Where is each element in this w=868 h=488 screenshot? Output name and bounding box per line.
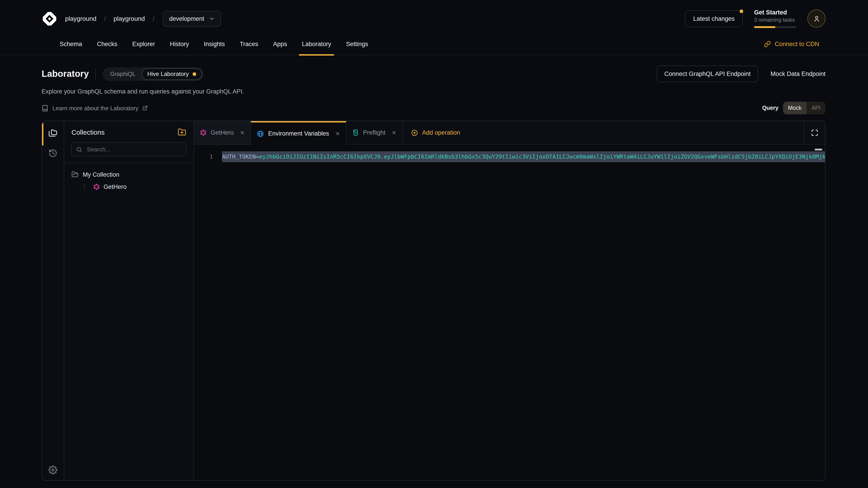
connect-graphql-endpoint-button[interactable]: Connect GraphQL API Endpoint [657,66,758,82]
nav-item-apps[interactable]: Apps [273,33,287,55]
nav-item-settings[interactable]: Settings [346,33,368,55]
latest-changes-button[interactable]: Latest changes [685,10,743,27]
collections-sidebar: Collections My Collection [64,121,194,480]
learn-more-link[interactable]: Learn more about the Laboratory [41,105,148,111]
close-icon[interactable]: ✕ [336,130,340,137]
get-started-progress-fill [754,26,775,28]
environment-variables-editor[interactable]: 1 AUTH_TOKEN=eyJhbGciOiJIUzI1NiIsInR5cCI… [194,144,825,480]
collections-tree: My Collection GetHero [64,163,193,198]
collection-operation-gethero[interactable]: GetHero [93,184,186,190]
scrollbar-thumb[interactable] [815,149,822,151]
tab-label: GetHero [211,129,234,136]
get-started-subtitle: 3 remaining tasks [754,17,796,24]
endpoint-option-mock[interactable]: Mock [783,102,807,114]
tab-label: Preflight [363,129,385,136]
close-icon[interactable]: ✕ [240,129,245,136]
mock-data-endpoint-button[interactable]: Mock Data Endpoint [771,70,826,77]
nav-item-insights[interactable]: Insights [204,33,225,55]
tab-label: Environment Variables [268,130,329,137]
nav-item-checks[interactable]: Checks [97,33,117,55]
tab-bar: GetHero ✕ Environment Variables ✕ Prefli… [194,121,825,144]
close-icon[interactable]: ✕ [392,129,396,136]
hive-logo-icon[interactable] [41,11,57,26]
query-endpoint-toggle: Query Mock API [762,102,826,114]
connect-to-cdn-label: Connect to CDN [775,41,819,47]
mode-option-graphiql[interactable]: GraphiQL [104,68,142,79]
page-description: Explore your GraphQL schema and run quer… [41,88,826,95]
code-line-1: 1 AUTH_TOKEN=eyJhbGciOiJIUzI1NiIsInR5cCI… [194,151,825,162]
line-number: 1 [194,151,222,162]
collections-title: Collections [71,128,105,136]
left-icon-rail [42,121,64,480]
collection-operation-label: GetHero [103,184,127,190]
laboratory-header: Laboratory GraphiQL Hive Laboratory Conn… [0,55,868,114]
breadcrumb-separator: / [104,15,106,22]
book-icon [41,105,49,111]
circle-plus-icon [411,129,418,136]
target-select[interactable]: development [163,11,221,26]
nav-item-schema[interactable]: Schema [60,33,82,55]
collection-folder-label: My Collection [83,171,119,178]
collection-folder[interactable]: My Collection [71,171,186,178]
title-divider [96,68,96,80]
code-selection: AUTH_TOKEN=eyJhbGciOiJIUzI1NiIsInR5cCI6I… [222,151,825,162]
env-var-key: AUTH_TOKEN= [222,153,259,160]
tab-preflight[interactable]: Preflight ✕ [346,121,403,144]
nav-item-laboratory[interactable]: Laboratory [302,33,331,55]
learn-more-label: Learn more about the Laboratory [53,105,138,111]
external-link-icon [143,105,148,111]
breadcrumb-project[interactable]: playground [114,15,145,22]
search-icon [76,146,82,153]
tab-bar-spacer [468,121,804,144]
script-icon [352,129,359,136]
fullscreen-button[interactable] [804,121,825,144]
env-var-value: eyJhbGciOiJIUzI1NiIsInR5cCI6IkpXVCJ9.eyJ… [259,153,825,160]
get-started-title: Get Started [754,9,796,16]
folder-open-icon [71,171,79,178]
globe-icon [257,130,264,137]
endpoint-option-api[interactable]: API [807,102,826,114]
person-icon [813,15,820,22]
collections-search[interactable] [71,142,187,156]
query-toggle-label: Query [762,105,778,111]
main-nav: Schema Checks Explorer History Insights … [0,33,868,55]
nav-item-traces[interactable]: Traces [240,33,258,55]
page-title: Laboratory [41,69,89,79]
user-avatar[interactable] [807,9,826,28]
graphql-icon [200,129,207,136]
nav-item-history[interactable]: History [170,33,189,55]
add-operation-button[interactable]: Add operation [403,121,468,144]
top-bar: playground / playground / development La… [0,0,868,55]
notification-dot [740,9,743,13]
breadcrumb-separator: / [153,15,154,22]
search-input[interactable] [86,145,182,153]
latest-changes-label: Latest changes [693,15,735,22]
history-rail-button[interactable] [49,149,57,158]
add-collection-button[interactable] [178,128,186,136]
mode-option-hive-laboratory[interactable]: Hive Laboratory [142,68,202,80]
connect-to-cdn-link[interactable]: Connect to CDN [764,41,819,47]
folder-plus-icon [178,128,186,136]
get-started-widget[interactable]: Get Started 3 remaining tasks [754,9,796,28]
workspace: GetHero ✕ Environment Variables ✕ Prefli… [194,121,825,480]
tab-gethero[interactable]: GetHero ✕ [194,121,251,144]
mode-active-dot [192,72,196,76]
breadcrumb-org[interactable]: playground [65,15,96,22]
ide-mode-toggle: GraphiQL Hive Laboratory [103,67,203,80]
active-rail-indicator [42,123,43,145]
collections-rail-button[interactable] [49,128,57,137]
graphql-icon [93,184,100,190]
fullscreen-icon [811,129,818,136]
mode-option-label: Hive Laboratory [147,70,189,77]
settings-rail-button[interactable] [49,465,57,475]
history-icon [49,149,57,158]
add-operation-label: Add operation [422,129,460,136]
top-bar-right: Latest changes Get Started 3 remaining t… [685,9,826,28]
get-started-progressbar [754,26,796,28]
link-icon [764,41,771,47]
breadcrumb: playground / playground / development [41,11,221,26]
tab-environment-variables[interactable]: Environment Variables ✕ [251,121,346,144]
chevron-down-icon [209,15,215,22]
nav-item-explorer[interactable]: Explorer [132,33,155,55]
app: playground / playground / development La… [0,0,868,488]
